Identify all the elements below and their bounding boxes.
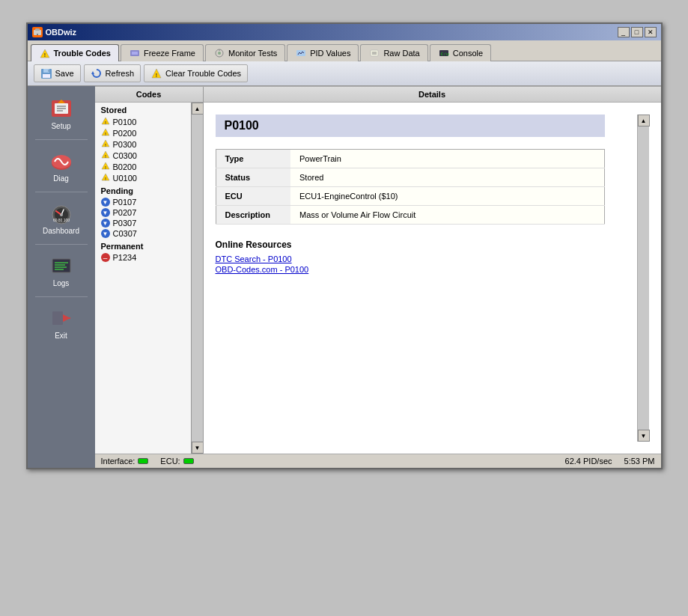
details-header: Details xyxy=(204,87,661,103)
svg-text:!: ! xyxy=(105,132,106,136)
interface-led xyxy=(138,458,148,464)
details-inner: P0100 Type PowerTrain Status Stored xyxy=(216,115,649,442)
details-content: P0100 Type PowerTrain Status Stored xyxy=(204,103,661,454)
sidebar-item-exit[interactable]: Exit xyxy=(32,302,91,344)
main-content: Setup Diag xyxy=(28,86,661,468)
code-item-u0100[interactable]: ! U0100 xyxy=(95,172,189,183)
stored-warn-icon-b0200: ! xyxy=(101,162,110,171)
sidebar-divider-4 xyxy=(35,296,88,297)
tab-monitor-tests[interactable]: Monitor Tests xyxy=(205,44,285,61)
tab-monitor-tests-label: Monitor Tests xyxy=(228,49,277,58)
pending-icon-p0207: ▼ xyxy=(101,208,110,217)
pid-tab-icon xyxy=(295,48,307,58)
sidebar-item-setup[interactable]: Setup xyxy=(32,92,91,135)
detail-table: Type PowerTrain Status Stored ECU xyxy=(216,149,605,225)
codes-scrollbar[interactable]: ▲ ▼ xyxy=(191,103,203,454)
code-item-b0200[interactable]: ! B0200 xyxy=(95,161,189,172)
stored-warn-icon-p0300: ! xyxy=(101,139,110,149)
online-link-obd[interactable]: OBD-Codes.com - P0100 xyxy=(216,265,637,274)
code-p1234-label: P1234 xyxy=(113,253,137,262)
exit-icon xyxy=(48,306,75,330)
tab-console[interactable]: C:\> Console xyxy=(430,44,491,61)
scroll-track xyxy=(192,115,203,442)
stored-warn-icon-u0100: ! xyxy=(101,173,110,183)
code-item-c0300[interactable]: ! C0300 xyxy=(95,150,189,161)
detail-row-type: Type PowerTrain xyxy=(216,150,604,168)
exit-label: Exit xyxy=(55,332,67,340)
detail-code-title: P0100 xyxy=(216,115,605,137)
details-scroll-down[interactable]: ▼ xyxy=(638,430,650,442)
code-item-p0100[interactable]: ! P0100 xyxy=(95,116,189,127)
description-label: Description xyxy=(216,206,290,225)
content-area: Codes Stored ! P0100 xyxy=(95,86,661,454)
maximize-button[interactable]: □ xyxy=(631,27,643,37)
type-label: Type xyxy=(216,150,290,168)
save-button[interactable]: Save xyxy=(34,64,81,82)
code-item-c0307[interactable]: ▼ C0307 xyxy=(95,228,189,239)
scroll-up-arrow[interactable]: ▲ xyxy=(192,103,203,115)
sidebar-divider-2 xyxy=(35,192,88,192)
sidebar-divider-1 xyxy=(35,139,88,140)
clear-button[interactable]: ! Clear Trouble Codes xyxy=(144,64,248,82)
online-link-dtc[interactable]: DTC Search - P0100 xyxy=(216,254,637,263)
pending-icon-p0107: ▼ xyxy=(101,198,110,207)
tab-raw-data[interactable]: Raw Data xyxy=(360,44,427,61)
stored-warn-icon-p0200: ! xyxy=(101,128,110,138)
code-item-p0207[interactable]: ▼ P0207 xyxy=(95,207,189,218)
sidebar-divider-3 xyxy=(35,244,88,245)
tab-pid-values[interactable]: PID Values xyxy=(287,44,359,61)
status-bar: Interface: ECU: 62.4 PID/sec 5:53 PM xyxy=(95,454,661,468)
logs-label: Logs xyxy=(53,279,70,287)
setup-label: Setup xyxy=(51,122,70,130)
sidebar-item-dashboard[interactable]: 60 80 100 Dashboard xyxy=(32,197,91,240)
clock-time: 5:53 PM xyxy=(624,457,655,466)
detail-row-ecu: ECU ECU1-EngineControl ($10) xyxy=(216,187,604,206)
svg-text:!: ! xyxy=(156,73,157,78)
ecu-led xyxy=(183,458,194,464)
svg-rect-1 xyxy=(35,28,40,31)
details-scroll-up[interactable]: ▲ xyxy=(638,115,650,126)
interface-status: Interface: xyxy=(101,457,149,466)
sidebar: Setup Diag xyxy=(28,86,95,468)
svg-rect-22 xyxy=(43,74,50,78)
ecu-value: ECU1-EngineControl ($10) xyxy=(290,187,604,206)
save-icon xyxy=(40,67,52,79)
ecu-status-label: ECU: xyxy=(160,457,180,466)
sidebar-item-logs[interactable]: Logs xyxy=(32,249,91,292)
tab-bar: ! Trouble Codes Freeze Frame xyxy=(28,40,661,61)
close-button[interactable]: ✕ xyxy=(645,27,657,37)
code-item-p0307[interactable]: ▼ P0307 xyxy=(95,218,189,228)
svg-text:!: ! xyxy=(43,52,45,58)
stored-section-label: Stored xyxy=(95,103,189,116)
status-value: Stored xyxy=(290,168,604,187)
refresh-button[interactable]: Refresh xyxy=(84,64,141,82)
code-c0300-label: C0300 xyxy=(113,151,137,160)
ecu-label: ECU xyxy=(216,187,290,206)
code-item-p0200[interactable]: ! P0200 xyxy=(95,127,189,138)
pid-rate: 62.4 PID/sec xyxy=(565,457,612,466)
codes-panel: Codes Stored ! P0100 xyxy=(95,87,204,454)
tab-trouble-codes[interactable]: ! Trouble Codes xyxy=(31,44,119,61)
title-bar-controls: _ □ ✕ xyxy=(618,27,657,37)
code-item-p0107[interactable]: ▼ P0107 xyxy=(95,197,189,207)
svg-marker-24 xyxy=(91,71,94,74)
code-c0307-label: C0307 xyxy=(113,229,137,238)
scroll-down-arrow[interactable]: ▼ xyxy=(192,442,203,454)
tab-raw-data-label: Raw Data xyxy=(383,49,419,58)
minimize-button[interactable]: _ xyxy=(618,27,630,37)
sidebar-item-diag[interactable]: Diag xyxy=(32,144,91,187)
code-p0207-label: P0207 xyxy=(113,208,137,217)
code-item-p1234[interactable]: – P1234 xyxy=(95,252,189,263)
refresh-label: Refresh xyxy=(106,69,135,78)
svg-rect-23 xyxy=(48,70,49,72)
tab-freeze-frame[interactable]: Freeze Frame xyxy=(121,44,204,61)
svg-rect-39 xyxy=(52,259,70,272)
svg-rect-6 xyxy=(132,52,138,55)
code-item-p0300[interactable]: ! P0300 xyxy=(95,138,189,150)
diag-label: Diag xyxy=(53,174,69,183)
clear-label: Clear Trouble Codes xyxy=(165,69,241,78)
detail-row-status: Status Stored xyxy=(216,168,604,187)
details-scrollbar[interactable]: ▲ ▼ xyxy=(637,115,649,442)
clear-icon: ! xyxy=(150,67,162,79)
svg-rect-10 xyxy=(296,50,305,56)
